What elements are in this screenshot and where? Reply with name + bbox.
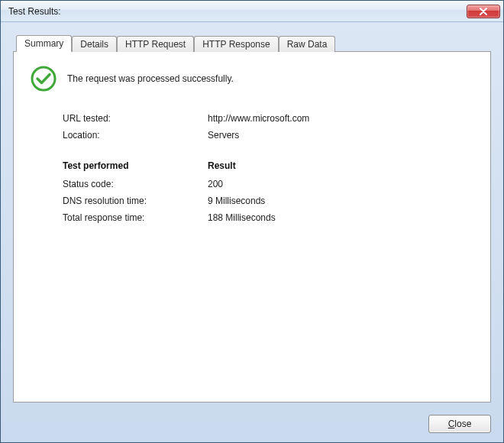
value-dns-time: 9 Milliseconds xyxy=(208,196,265,206)
window-close-button[interactable] xyxy=(467,5,500,18)
tab-summary[interactable]: Summary xyxy=(16,35,72,52)
header-row: Test performed Result xyxy=(63,160,473,171)
value-url-tested: http://www.microsoft.com xyxy=(208,113,309,124)
tab-panel-summary: The request was processed successfully. … xyxy=(13,51,491,403)
row-dns-time: DNS resolution time: 9 Milliseconds xyxy=(63,196,473,206)
status-message: The request was processed successfully. xyxy=(67,73,234,84)
label-location: Location: xyxy=(63,130,208,141)
header-test-performed: Test performed xyxy=(63,160,208,171)
info-block: URL tested: http://www.microsoft.com Loc… xyxy=(63,113,473,141)
client-area: Summary Details HTTP Request HTTP Respon… xyxy=(1,22,503,410)
close-icon xyxy=(479,8,488,15)
label-status-code: Status code: xyxy=(63,179,208,189)
row-location: Location: Servers xyxy=(63,130,473,141)
window-title: Test Results: xyxy=(8,6,467,17)
row-url-tested: URL tested: http://www.microsoft.com xyxy=(63,113,473,124)
close-button[interactable]: Close xyxy=(428,415,491,433)
tab-details[interactable]: Details xyxy=(72,36,117,52)
results-block: Status code: 200 DNS resolution time: 9 … xyxy=(63,179,473,223)
window: Test Results: Summary Details HTTP Reque… xyxy=(0,0,504,443)
header-result: Result xyxy=(208,160,236,171)
row-status-code: Status code: 200 xyxy=(63,179,473,189)
row-total-time: Total response time: 188 Milliseconds xyxy=(63,212,473,223)
label-dns-time: DNS resolution time: xyxy=(63,196,208,206)
tab-raw-data[interactable]: Raw Data xyxy=(279,36,336,52)
status-row: The request was processed successfully. xyxy=(31,66,473,92)
value-total-time: 188 Milliseconds xyxy=(208,212,276,223)
label-url-tested: URL tested: xyxy=(63,113,208,124)
dialog-footer: Close xyxy=(1,410,503,442)
value-status-code: 200 xyxy=(208,179,223,189)
titlebar: Test Results: xyxy=(1,1,503,22)
svg-point-0 xyxy=(32,67,55,90)
tab-http-response[interactable]: HTTP Response xyxy=(194,36,278,52)
label-total-time: Total response time: xyxy=(63,212,208,223)
value-location: Servers xyxy=(208,130,239,141)
tab-strip: Summary Details HTTP Request HTTP Respon… xyxy=(13,34,491,51)
success-check-icon xyxy=(31,66,57,92)
tab-http-request[interactable]: HTTP Request xyxy=(117,36,194,52)
